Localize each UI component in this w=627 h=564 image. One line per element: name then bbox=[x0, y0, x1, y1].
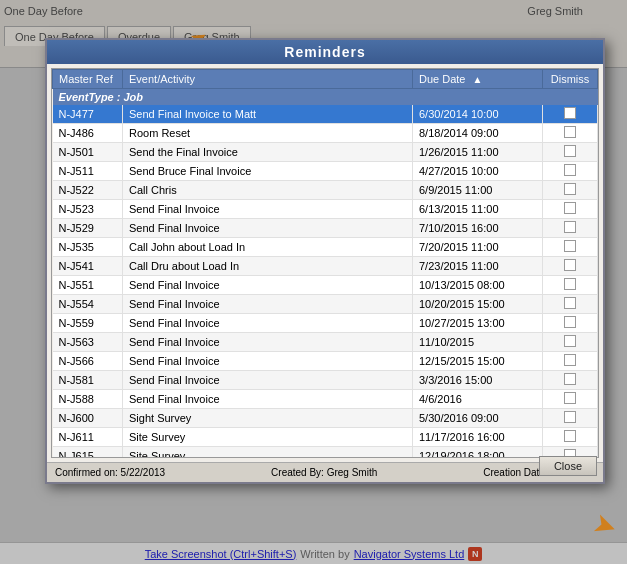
cell-due-date: 10/13/2015 08:00 bbox=[413, 276, 543, 295]
cell-dismiss[interactable] bbox=[543, 371, 598, 390]
close-button[interactable]: Close bbox=[539, 456, 597, 476]
dismiss-checkbox[interactable] bbox=[564, 259, 576, 271]
cell-dismiss[interactable] bbox=[543, 200, 598, 219]
dismiss-checkbox[interactable] bbox=[564, 202, 576, 214]
cell-activity: Sight Survey bbox=[123, 409, 413, 428]
modal-bottom-area: Confirmed on: 5/22/2013 Created By: Greg… bbox=[47, 462, 603, 482]
table-row[interactable]: N-J535Call John about Load In7/20/2015 1… bbox=[53, 238, 598, 257]
table-row[interactable]: N-J501Send the Final Invoice1/26/2015 11… bbox=[53, 143, 598, 162]
cell-dismiss[interactable] bbox=[543, 352, 598, 371]
table-row[interactable]: N-J566Send Final Invoice12/15/2015 15:00 bbox=[53, 352, 598, 371]
table-row[interactable]: N-J486Room Reset8/18/2014 09:00 bbox=[53, 124, 598, 143]
table-row[interactable]: N-J541Call Dru about Load In7/23/2015 11… bbox=[53, 257, 598, 276]
cell-activity: Send Final Invoice bbox=[123, 314, 413, 333]
table-row[interactable]: N-J477Send Final Invoice to Matt6/30/201… bbox=[53, 105, 598, 124]
cell-master-ref: N-J611 bbox=[53, 428, 123, 447]
dismiss-checkbox[interactable] bbox=[564, 392, 576, 404]
cell-dismiss[interactable] bbox=[543, 409, 598, 428]
dismiss-checkbox[interactable] bbox=[564, 221, 576, 233]
table-row[interactable]: N-J551Send Final Invoice10/13/2015 08:00 bbox=[53, 276, 598, 295]
dismiss-checkbox[interactable] bbox=[564, 316, 576, 328]
cell-activity: Send Final Invoice bbox=[123, 390, 413, 409]
table-row[interactable]: N-J611Site Survey11/17/2016 16:00 bbox=[53, 428, 598, 447]
cell-due-date: 4/27/2015 10:00 bbox=[413, 162, 543, 181]
cell-activity: Call Dru about Load In bbox=[123, 257, 413, 276]
table-row[interactable]: N-J529Send Final Invoice7/10/2015 16:00 bbox=[53, 219, 598, 238]
reminders-table: Master Ref Event/Activity Due Date ▲ Dis… bbox=[52, 69, 598, 458]
dismiss-checkbox[interactable] bbox=[564, 373, 576, 385]
cell-due-date: 12/15/2015 15:00 bbox=[413, 352, 543, 371]
cell-master-ref: N-J600 bbox=[53, 409, 123, 428]
cell-dismiss[interactable] bbox=[543, 390, 598, 409]
col-dismiss[interactable]: Dismiss bbox=[543, 70, 598, 89]
cell-activity: Site Survey bbox=[123, 447, 413, 459]
table-row[interactable]: N-J511Send Bruce Final Invoice4/27/2015 … bbox=[53, 162, 598, 181]
cell-due-date: 1/26/2015 11:00 bbox=[413, 143, 543, 162]
cell-master-ref: N-J566 bbox=[53, 352, 123, 371]
cell-dismiss[interactable] bbox=[543, 238, 598, 257]
cell-master-ref: N-J559 bbox=[53, 314, 123, 333]
cell-due-date: 6/9/2015 11:00 bbox=[413, 181, 543, 200]
cell-master-ref: N-J486 bbox=[53, 124, 123, 143]
event-type-label: EventType : Job bbox=[53, 89, 598, 106]
cell-activity: Send Final Invoice bbox=[123, 276, 413, 295]
table-row[interactable]: N-J559Send Final Invoice10/27/2015 13:00 bbox=[53, 314, 598, 333]
cell-activity: Send Bruce Final Invoice bbox=[123, 162, 413, 181]
cell-master-ref: N-J511 bbox=[53, 162, 123, 181]
cell-activity: Send Final Invoice to Matt bbox=[123, 105, 413, 124]
cell-master-ref: N-J523 bbox=[53, 200, 123, 219]
cell-dismiss[interactable] bbox=[543, 162, 598, 181]
dismiss-checkbox[interactable] bbox=[564, 430, 576, 442]
table-row[interactable]: N-J588Send Final Invoice4/6/2016 bbox=[53, 390, 598, 409]
cell-dismiss[interactable] bbox=[543, 105, 598, 124]
modal-content: Master Ref Event/Activity Due Date ▲ Dis… bbox=[47, 64, 603, 462]
dismiss-checkbox[interactable] bbox=[564, 107, 576, 119]
cell-dismiss[interactable] bbox=[543, 143, 598, 162]
dismiss-checkbox[interactable] bbox=[564, 278, 576, 290]
cell-due-date: 7/20/2015 11:00 bbox=[413, 238, 543, 257]
dismiss-checkbox[interactable] bbox=[564, 240, 576, 252]
cell-due-date: 11/17/2016 16:00 bbox=[413, 428, 543, 447]
cell-activity: Send Final Invoice bbox=[123, 295, 413, 314]
cell-dismiss[interactable] bbox=[543, 276, 598, 295]
table-row[interactable]: N-J522Call Chris6/9/2015 11:00 bbox=[53, 181, 598, 200]
table-row[interactable]: N-J523Send Final Invoice6/13/2015 11:00 bbox=[53, 200, 598, 219]
dismiss-checkbox[interactable] bbox=[564, 411, 576, 423]
table-row[interactable]: N-J615Site Survey12/19/2016 18:00 bbox=[53, 447, 598, 459]
col-master-ref[interactable]: Master Ref bbox=[53, 70, 123, 89]
event-type-row: EventType : Job bbox=[53, 89, 598, 106]
cell-dismiss[interactable] bbox=[543, 295, 598, 314]
cell-dismiss[interactable] bbox=[543, 428, 598, 447]
dismiss-checkbox[interactable] bbox=[564, 354, 576, 366]
cell-master-ref: N-J522 bbox=[53, 181, 123, 200]
cell-dismiss[interactable] bbox=[543, 124, 598, 143]
dismiss-checkbox[interactable] bbox=[564, 164, 576, 176]
dismiss-checkbox[interactable] bbox=[564, 297, 576, 309]
col-due-date[interactable]: Due Date ▲ bbox=[413, 70, 543, 89]
cell-due-date: 6/13/2015 11:00 bbox=[413, 200, 543, 219]
confirmed-on: Confirmed on: 5/22/2013 bbox=[55, 467, 165, 478]
table-row[interactable]: N-J563Send Final Invoice11/10/2015 bbox=[53, 333, 598, 352]
cell-master-ref: N-J563 bbox=[53, 333, 123, 352]
cell-dismiss[interactable] bbox=[543, 181, 598, 200]
dismiss-checkbox[interactable] bbox=[564, 126, 576, 138]
cell-master-ref: N-J529 bbox=[53, 219, 123, 238]
cell-dismiss[interactable] bbox=[543, 314, 598, 333]
reminders-modal: Reminders Master Ref Event/Activity Due … bbox=[45, 38, 605, 484]
cell-due-date: 4/6/2016 bbox=[413, 390, 543, 409]
cell-master-ref: N-J615 bbox=[53, 447, 123, 459]
table-header-row: Master Ref Event/Activity Due Date ▲ Dis… bbox=[53, 70, 598, 89]
col-event-activity[interactable]: Event/Activity bbox=[123, 70, 413, 89]
cell-dismiss[interactable] bbox=[543, 257, 598, 276]
cell-activity: Room Reset bbox=[123, 124, 413, 143]
cell-dismiss[interactable] bbox=[543, 333, 598, 352]
dismiss-checkbox[interactable] bbox=[564, 145, 576, 157]
table-row[interactable]: N-J581Send Final Invoice3/3/2016 15:00 bbox=[53, 371, 598, 390]
table-row[interactable]: N-J600Sight Survey5/30/2016 09:00 bbox=[53, 409, 598, 428]
dismiss-checkbox[interactable] bbox=[564, 183, 576, 195]
cell-dismiss[interactable] bbox=[543, 219, 598, 238]
table-wrapper[interactable]: Master Ref Event/Activity Due Date ▲ Dis… bbox=[51, 68, 599, 458]
table-row[interactable]: N-J554Send Final Invoice10/20/2015 15:00 bbox=[53, 295, 598, 314]
dismiss-checkbox[interactable] bbox=[564, 335, 576, 347]
cell-due-date: 7/23/2015 11:00 bbox=[413, 257, 543, 276]
